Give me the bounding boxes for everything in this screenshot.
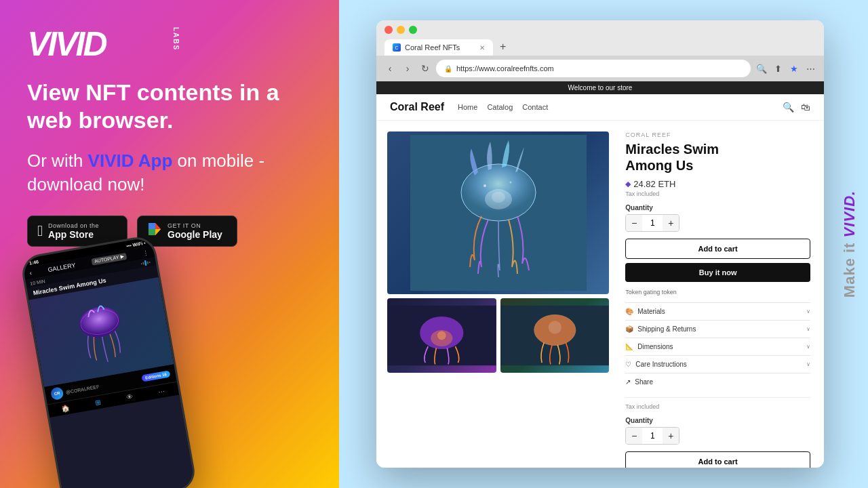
browser-tab-active[interactable]: C Coral Reef NFTs ✕ xyxy=(384,39,493,56)
main-jellyfish-image xyxy=(410,135,587,291)
shipping-label: Shipping & Returns xyxy=(637,325,696,333)
phone-nav-eye[interactable]: 👁 xyxy=(125,392,134,401)
accordion-share-header[interactable]: ↗ Share xyxy=(625,378,810,386)
phone-nav-grid[interactable]: ⊞ xyxy=(94,399,101,407)
phone-jellyfish-image xyxy=(54,285,149,379)
bookmark-btn[interactable]: ★ xyxy=(787,62,801,75)
add-to-cart-button-2[interactable]: Add to cart xyxy=(625,451,810,468)
qty-decrease-btn-2[interactable]: − xyxy=(626,428,642,444)
subheadline-app: VIVID App xyxy=(88,150,173,171)
accordion-dimensions-header[interactable]: 📐 Dimensions ∨ xyxy=(625,343,810,350)
close-button[interactable] xyxy=(384,26,393,34)
svg-point-29 xyxy=(548,321,561,333)
phone-time: 1:46 xyxy=(29,259,39,265)
qty-label: Quantity xyxy=(625,204,810,211)
make-it-vivid-text: Make it VIVID. xyxy=(841,190,859,298)
tax-note-2: Tax included xyxy=(625,403,810,410)
qty-increase-btn-2[interactable]: + xyxy=(663,428,679,444)
appstore-text: Download on the App Store xyxy=(48,222,99,240)
eth-icon: ◆ xyxy=(625,180,631,188)
product-images xyxy=(376,121,620,468)
dimensions-icon: 📐 xyxy=(625,343,633,350)
phone-nav-dots[interactable]: ⋯ xyxy=(158,387,166,396)
accordion-materials-header[interactable]: 🎨 Materials ∨ xyxy=(625,308,810,315)
qty-decrease-btn[interactable]: − xyxy=(626,215,642,231)
accordion-shipping: 📦 Shipping & Returns ∨ xyxy=(625,320,810,338)
materials-chevron: ∨ xyxy=(806,308,810,314)
dimensions-chevron: ∨ xyxy=(806,344,810,350)
browser-window: C Coral Reef NFTs ✕ + ‹ › ↻ 🔒 https://ww… xyxy=(376,20,824,468)
googleplay-button[interactable]: GET IT ON Google Play xyxy=(137,216,237,247)
nav-catalog-link[interactable]: Catalog xyxy=(487,103,513,111)
quantity-control: − 1 + xyxy=(625,214,679,232)
svg-rect-11 xyxy=(142,262,144,264)
nav-cart-icon[interactable]: 🛍 xyxy=(801,102,810,113)
site-logo: Coral Reef xyxy=(390,101,444,113)
svg-rect-14 xyxy=(149,262,150,263)
googleplay-text: GET IT ON Google Play xyxy=(167,222,222,240)
website-content[interactable]: Welcome to our store Coral Reef Home Cat… xyxy=(376,81,824,468)
minimize-button[interactable] xyxy=(397,26,405,34)
qty-label-2: Quantity xyxy=(625,417,810,424)
accordion-care-header[interactable]: ♡ Care Instructions ∨ xyxy=(625,361,810,368)
tab-favicon: C xyxy=(393,43,401,52)
reload-button[interactable]: ↻ xyxy=(418,62,432,75)
qty-increase-btn[interactable]: + xyxy=(663,215,679,231)
accordion-care: ♡ Care Instructions ∨ xyxy=(625,355,810,373)
extensions-btn[interactable]: ⋯ xyxy=(804,62,817,75)
phone-options-btn[interactable]: ⋮ xyxy=(142,249,149,256)
accordion-share: ↗ Share xyxy=(625,373,810,390)
add-to-cart-button[interactable]: Add to cart xyxy=(625,239,810,259)
share-btn[interactable]: ⬆ xyxy=(771,62,785,75)
phone-nav-home[interactable]: 🏠 xyxy=(61,404,71,413)
toolbar-right: 🔍 ⬆ ★ ⋯ xyxy=(755,62,817,75)
product-title-line1: Miracles Swim xyxy=(625,142,719,157)
nav-home-link[interactable]: Home xyxy=(458,103,477,111)
search-btn[interactable]: 🔍 xyxy=(755,62,768,75)
thumbnail-1[interactable] xyxy=(387,298,496,373)
address-bar[interactable]: 🔒 https://www.coralreefnfts.com xyxy=(436,60,751,77)
accordion-shipping-header[interactable]: 📦 Shipping & Returns ∨ xyxy=(625,325,810,333)
store-buttons:  Download on the App Store xyxy=(27,216,312,247)
headline-text: View NFT contents in a web browser. xyxy=(27,79,312,134)
maximize-button[interactable] xyxy=(409,26,417,34)
editions-label: Editions xyxy=(145,373,161,380)
headline-content: View NFT contents in a web browser. xyxy=(27,79,279,133)
accordion-materials: 🎨 Materials ∨ xyxy=(625,302,810,320)
main-product-image xyxy=(387,131,609,294)
phone-avatar: CR xyxy=(50,386,64,401)
apple-icon:  xyxy=(37,222,43,240)
logo-svg: VIVID xyxy=(27,24,170,60)
materials-icon: 🎨 xyxy=(625,308,633,315)
tab-title: Coral Reef NFTs xyxy=(405,43,460,52)
buy-now-button[interactable]: Buy it now xyxy=(625,263,810,282)
new-tab-button[interactable]: + xyxy=(494,38,511,56)
product-layout: CORAL REEF Miracles Swim Among Us ◆ 24.8… xyxy=(376,121,824,468)
care-icon: ♡ xyxy=(625,361,631,368)
labs-text: LABS xyxy=(172,27,180,51)
back-button[interactable]: ‹ xyxy=(383,62,397,75)
nav-links: Home Catalog Contact xyxy=(458,103,769,111)
appstore-bottom-label: App Store xyxy=(48,229,99,240)
thumbnail-2[interactable] xyxy=(500,298,610,373)
nav-contact-link[interactable]: Contact xyxy=(522,103,548,111)
forward-button[interactable]: › xyxy=(401,62,414,75)
qty-value: 1 xyxy=(642,218,663,228)
tab-close-btn[interactable]: ✕ xyxy=(479,44,485,52)
accordion-dimensions: 📐 Dimensions ∨ xyxy=(625,338,810,355)
nav-search-icon[interactable]: 🔍 xyxy=(783,102,794,113)
product-info: CORAL REEF Miracles Swim Among Us ◆ 24.8… xyxy=(620,121,824,468)
share-icon: ↗ xyxy=(625,378,631,386)
svg-point-21 xyxy=(484,184,486,187)
phone-back-btn[interactable]: ‹ xyxy=(29,270,33,277)
phone-waveform xyxy=(140,260,152,267)
editions-count: 16 xyxy=(162,372,167,377)
vivid-logo: VIVID LABS xyxy=(27,24,180,60)
svg-rect-13 xyxy=(146,261,149,264)
subheadline-text: Or with VIVID App on mobile - download n… xyxy=(27,149,312,197)
care-chevron: ∨ xyxy=(806,361,810,367)
phone-editions-badge: Editions 16 xyxy=(141,370,170,382)
make-it-label: Make it xyxy=(841,243,858,298)
appstore-top-label: Download on the xyxy=(48,222,99,229)
materials-label: Materials xyxy=(637,308,665,315)
